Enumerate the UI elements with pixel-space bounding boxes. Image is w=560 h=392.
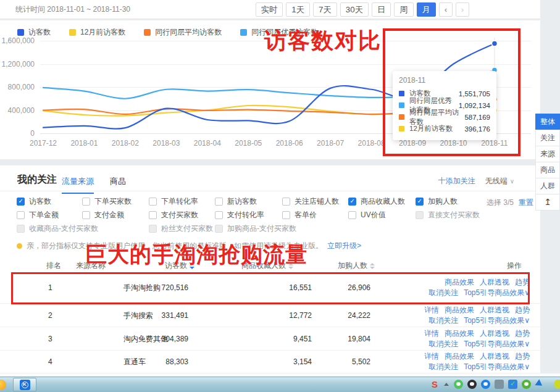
- app-k-letter: K: [22, 382, 28, 388]
- action-link-人群透视[interactable]: 人群透视: [480, 329, 509, 338]
- action-link-人群透视[interactable]: 人群透视: [480, 352, 509, 361]
- action-link-人群透视[interactable]: 人群透视: [480, 306, 509, 314]
- terminal-dropdown[interactable]: 无线端∨: [485, 176, 514, 186]
- checkbox-icon[interactable]: [348, 198, 356, 206]
- checkbox-icon[interactable]: [215, 211, 223, 219]
- metric-checkbox-加购人数[interactable]: 加购人数: [416, 196, 458, 206]
- action-link-Top5引导商品效果∨[interactable]: Top5引导商品效果∨: [464, 340, 530, 348]
- metric-checkbox-支付金额[interactable]: 支付金额: [82, 210, 124, 220]
- sogou-input-icon[interactable]: S: [430, 380, 439, 389]
- side-tab-关注[interactable]: 关注: [535, 130, 560, 146]
- action-link-取消关注[interactable]: 取消关注: [428, 316, 458, 325]
- range-button-月[interactable]: 月: [417, 2, 436, 17]
- prev-page-button[interactable]: ‹: [439, 2, 453, 17]
- network-icon[interactable]: [495, 380, 504, 389]
- checkbox-icon[interactable]: [17, 211, 25, 219]
- messenger-icon[interactable]: [481, 380, 490, 389]
- checkbox-icon[interactable]: [215, 198, 223, 206]
- checkbox-icon[interactable]: [416, 198, 424, 206]
- checkbox-icon[interactable]: [149, 198, 157, 206]
- app-k-icon: K: [20, 380, 30, 390]
- desktop: { "header": { "stat_time": "统计时间 2018-11…: [0, 0, 560, 392]
- range-button-7天[interactable]: 7天: [313, 2, 337, 17]
- start-orb-icon[interactable]: [0, 380, 6, 390]
- security-shield-icon[interactable]: [508, 380, 517, 389]
- action-link-商品效果[interactable]: 商品效果: [445, 352, 474, 361]
- action-link-商品效果[interactable]: 商品效果: [445, 329, 474, 338]
- metric-checkbox-UV价值[interactable]: UV价值: [348, 210, 386, 220]
- antivirus-icon[interactable]: [522, 380, 531, 389]
- range-button-30天[interactable]: 30天: [340, 2, 369, 17]
- column-header-label: 加购人数: [338, 261, 367, 270]
- metric-checkbox-商品收藏人数[interactable]: 商品收藏人数: [348, 196, 405, 206]
- back-to-top-button[interactable]: ↥: [535, 194, 560, 211]
- action-link-取消关注[interactable]: 取消关注: [428, 340, 458, 348]
- checkbox-icon[interactable]: [82, 211, 90, 219]
- action-link-详情[interactable]: 详情: [424, 352, 439, 361]
- side-tab-整体[interactable]: 整体: [535, 114, 560, 130]
- metric-checkbox-支付买家数[interactable]: 支付买家数: [149, 210, 198, 220]
- qq-icon[interactable]: [467, 380, 477, 389]
- metric-checkbox-关注店铺人数[interactable]: 关注店铺人数: [282, 196, 339, 206]
- metric-checkbox-下单转化率[interactable]: 下单转化率: [149, 196, 198, 206]
- metric-label: 收藏商品-支付买家数: [29, 223, 98, 234]
- terminal-label: 无线端: [485, 177, 508, 185]
- metric-label: 下单金额: [29, 210, 59, 220]
- actions-line2: 取消关注Top5引导商品效果∨: [370, 339, 530, 349]
- side-tab-来源[interactable]: 来源: [535, 146, 560, 162]
- tray-expand-icon[interactable]: [443, 380, 449, 389]
- metric-label: 访客数: [29, 196, 51, 207]
- chevron-down-icon: ∨: [510, 178, 514, 185]
- checkbox-icon[interactable]: [82, 198, 90, 206]
- top-toolbar: 统计时间 2018-11-01 ~ 2018-11-30 实时1天7天30天日周…: [0, 0, 540, 19]
- table-row-手淘搜索: 2手淘搜索331,49112,77224,222详情商品效果人群透视趋势取消关注…: [0, 304, 540, 327]
- table-row-淘内免费其他: 3淘内免费其他304,3899,45119,804详情商品效果人群透视趋势取消关…: [0, 327, 540, 351]
- range-button-日[interactable]: 日: [372, 2, 391, 17]
- action-link-Top5引导商品效果∨[interactable]: Top5引导商品效果∨: [464, 362, 530, 371]
- metric-checkbox-新访客数[interactable]: 新访客数: [215, 196, 257, 206]
- metric-label: 直接支付买家数: [428, 210, 480, 220]
- metric-checkbox-支付转化率[interactable]: 支付转化率: [215, 210, 264, 220]
- action-link-趋势[interactable]: 趋势: [515, 329, 530, 338]
- range-button-1天[interactable]: 1天: [286, 2, 310, 17]
- annotation-table-title: 巨大的手淘淘抢购流量: [85, 240, 307, 269]
- checkbox-icon: [149, 225, 157, 233]
- action-link-取消关注[interactable]: 取消关注: [428, 362, 458, 371]
- taskbar-app-button[interactable]: K: [13, 378, 36, 391]
- upgrade-link[interactable]: 立即升级>: [327, 241, 361, 251]
- next-page-button[interactable]: ›: [456, 2, 469, 17]
- sort-up-icon: [370, 263, 375, 265]
- action-link-详情[interactable]: 详情: [424, 306, 439, 314]
- side-tab-人群[interactable]: 人群: [535, 178, 560, 194]
- windows-taskbar: K S: [0, 377, 560, 392]
- reset-link[interactable]: 重置: [519, 198, 533, 208]
- edge-partial-icon[interactable]: [554, 380, 560, 389]
- action-link-趋势[interactable]: 趋势: [515, 352, 530, 361]
- annotation-chart-title: 访客数对比: [264, 26, 382, 56]
- metric-checkbox-下单金额[interactable]: 下单金额: [17, 210, 59, 220]
- section-title: 我的关注: [17, 173, 57, 186]
- add-focus-link[interactable]: 十添加关注: [438, 176, 475, 186]
- checkbox-icon[interactable]: [282, 211, 290, 219]
- metric-checkbox-客单价[interactable]: 客单价: [282, 210, 317, 220]
- wechat-icon[interactable]: [454, 380, 463, 389]
- action-link-详情[interactable]: 详情: [424, 329, 439, 338]
- range-button-实时[interactable]: 实时: [256, 2, 283, 17]
- action-link-Top5引导商品效果∨[interactable]: Top5引导商品效果∨: [464, 316, 530, 325]
- metric-checkbox-下单买家数[interactable]: 下单买家数: [82, 196, 132, 206]
- checkbox-icon[interactable]: [17, 198, 25, 206]
- action-link-趋势[interactable]: 趋势: [515, 306, 530, 314]
- selection-info: 选择 3/5 重置: [487, 198, 533, 208]
- cell-carts: 5,502: [293, 357, 370, 366]
- side-tab-商品[interactable]: 商品: [535, 162, 560, 178]
- browser-pointer-icon[interactable]: [535, 380, 545, 389]
- checkbox-icon[interactable]: [149, 211, 157, 219]
- sort-icon[interactable]: [370, 263, 375, 269]
- range-button-周[interactable]: 周: [394, 2, 413, 17]
- metric-label: 客单价: [295, 210, 317, 220]
- cell-actions: 详情商品效果人群透视趋势取消关注Top5引导商品效果∨: [370, 305, 530, 326]
- checkbox-icon[interactable]: [282, 198, 290, 206]
- checkbox-icon[interactable]: [348, 211, 356, 219]
- action-link-商品效果[interactable]: 商品效果: [445, 306, 474, 314]
- metric-checkbox-访客数[interactable]: 访客数: [17, 196, 51, 206]
